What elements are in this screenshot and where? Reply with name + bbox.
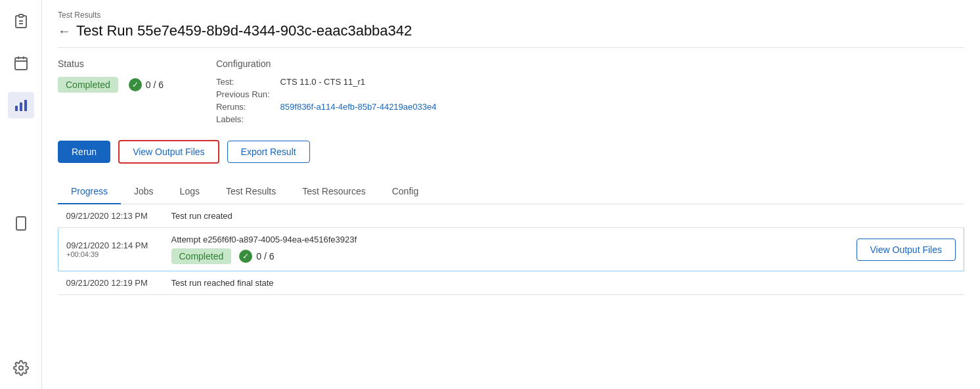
main-content: Test Results ← Test Run 55e7e459-8b9d-43… — [42, 0, 980, 389]
config-table: Test: CTS 11.0 - CTS 11_r1 Previous Run:… — [216, 77, 436, 124]
reruns-key: Reruns: — [216, 102, 270, 112]
tab-test-resources[interactable]: Test Resources — [289, 179, 378, 204]
status-row: Completed ✓ 0 / 6 — [58, 77, 164, 93]
tabs: Progress Jobs Logs Test Results Test Res… — [58, 179, 964, 204]
status-block: Status Completed ✓ 0 / 6 — [58, 58, 164, 124]
tab-config[interactable]: Config — [379, 179, 432, 204]
sidebar — [0, 0, 42, 389]
svg-rect-10 — [16, 217, 26, 230]
attempt-timestamp-cell: 09/21/2020 12:14 PM +00:04:39 — [58, 228, 164, 271]
rerun-button[interactable]: Rerun — [58, 141, 110, 163]
svg-rect-0 — [19, 14, 23, 17]
previous-run-key: Previous Run: — [216, 89, 270, 99]
view-output-files-button[interactable]: View Output Files — [118, 140, 219, 164]
status-badge: Completed — [58, 77, 118, 93]
attempt-id: Attempt e256f6f0-a897-4005-94ea-e4516fe3… — [171, 235, 665, 244]
export-result-button[interactable]: Export Result — [227, 141, 310, 163]
attempt-status-badge: Completed — [171, 248, 232, 264]
svg-rect-8 — [20, 103, 22, 111]
final-message-cell: Test run reached final state — [164, 271, 673, 295]
tab-logs[interactable]: Logs — [167, 179, 213, 204]
test-key: Test: — [216, 77, 270, 87]
timestamp: 09/21/2020 12:13 PM — [66, 211, 148, 221]
attempt-timestamp: 09/21/2020 12:14 PM — [66, 240, 156, 250]
info-section: Status Completed ✓ 0 / 6 Configuration T… — [58, 58, 964, 124]
timestamp-cell: 09/21/2020 12:13 PM — [58, 204, 164, 228]
reruns-link[interactable]: 859f836f-a114-4efb-85b7-44219ae033e4 — [280, 102, 437, 112]
check-count: ✓ 0 / 6 — [129, 78, 164, 91]
page-title: Test Run 55e7e459-8b9d-4344-903c-eaac3ab… — [76, 22, 412, 39]
attempt-duration: +00:04:39 — [66, 250, 156, 258]
status-label: Status — [58, 58, 164, 69]
settings-icon[interactable] — [8, 355, 34, 381]
check-count-value: 0 / 6 — [146, 80, 164, 90]
config-block: Configuration Test: CTS 11.0 - CTS 11_r1… — [216, 58, 436, 124]
calendar-icon[interactable] — [8, 50, 34, 76]
svg-point-12 — [19, 366, 23, 370]
svg-rect-9 — [24, 100, 27, 111]
check-icon: ✓ — [129, 78, 142, 91]
attempt-check-count: ✓ 0 / 6 — [239, 250, 274, 263]
clipboard-icon[interactable] — [8, 8, 34, 34]
back-button[interactable]: ← — [58, 24, 71, 37]
breadcrumb: Test Results — [58, 11, 964, 20]
final-timestamp-cell: 09/21/2020 12:19 PM — [58, 271, 164, 295]
attempt-view-output-button[interactable]: View Output Files — [857, 239, 956, 261]
final-timestamp: 09/21/2020 12:19 PM — [66, 278, 148, 288]
attempt-status-row: Completed ✓ 0 / 6 — [171, 248, 665, 264]
attempt-check-icon: ✓ — [239, 250, 252, 263]
attempt-count-value: 0 / 6 — [256, 251, 274, 262]
table-row: 09/21/2020 12:19 PM Test run reached fin… — [58, 271, 964, 295]
button-row: Rerun View Output Files Export Result — [58, 140, 964, 164]
view-output-cell: View Output Files — [672, 228, 964, 271]
svg-rect-3 — [15, 58, 27, 70]
config-label: Configuration — [216, 58, 436, 69]
progress-table: 09/21/2020 12:13 PM Test run created 09/… — [58, 204, 964, 295]
attempt-row: 09/21/2020 12:14 PM +00:04:39 Attempt e2… — [58, 228, 964, 271]
message-cell: Test run created — [164, 204, 673, 228]
chart-bar-icon[interactable] — [8, 92, 34, 118]
svg-rect-7 — [15, 106, 18, 111]
tab-test-results[interactable]: Test Results — [213, 179, 289, 204]
attempt-content-cell: Attempt e256f6f0-a897-4005-94ea-e4516fe3… — [164, 228, 673, 271]
attempt-content: Attempt e256f6f0-a897-4005-94ea-e4516fe3… — [171, 235, 665, 264]
table-row: 09/21/2020 12:13 PM Test run created — [58, 204, 964, 228]
test-value: CTS 11.0 - CTS 11_r1 — [280, 77, 437, 87]
labels-key: Labels: — [216, 114, 270, 124]
tab-progress[interactable]: Progress — [58, 179, 121, 204]
title-row: ← Test Run 55e7e459-8b9d-4344-903c-eaac3… — [58, 22, 964, 48]
tab-jobs[interactable]: Jobs — [121, 179, 167, 204]
phone-icon[interactable] — [8, 210, 34, 237]
